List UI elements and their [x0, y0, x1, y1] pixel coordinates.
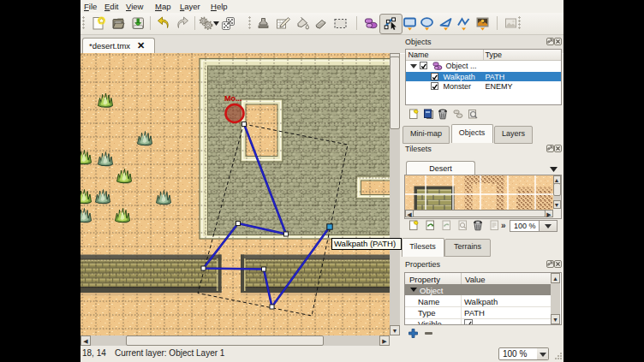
svg-text:Mo...: Mo...	[224, 94, 242, 103]
